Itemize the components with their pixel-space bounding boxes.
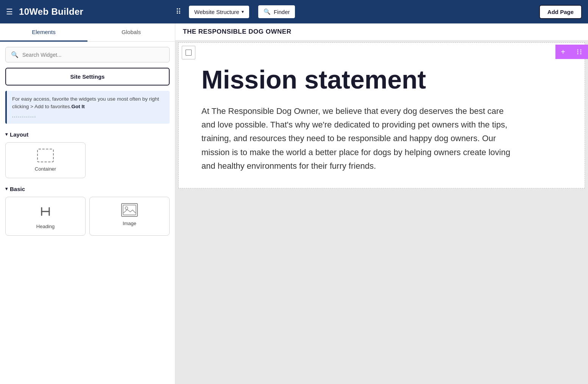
layout-widgets-grid: Container <box>5 142 170 178</box>
top-header: ☰ 10Web Builder ⠿ Website Structure ▾ 🔍 … <box>0 0 588 23</box>
svg-point-10 <box>580 53 582 54</box>
tip-box: For easy access, favorite the widgets yo… <box>5 91 170 124</box>
search-widget-container: 🔍 <box>5 47 170 62</box>
section-handle-icon <box>186 50 192 56</box>
section-container: ‹ Mission statement At The Responsible D… <box>178 42 585 188</box>
page-title-bar: THE RESPONSIBLE DOG OWNER <box>175 23 588 40</box>
tip-text: For easy access, favorite the widgets yo… <box>12 96 159 109</box>
canvas-toolbar: + <box>555 45 588 59</box>
basic-section-heading[interactable]: ▾ Basic <box>5 186 170 192</box>
finder-label: Finder <box>274 9 290 15</box>
page-title: THE RESPONSIBLE DOG OWNER <box>183 28 291 36</box>
header-left: ☰ 10Web Builder ⠿ <box>6 6 181 17</box>
heading-widget-label: Heading <box>36 224 55 229</box>
tab-globals[interactable]: Globals <box>87 23 175 42</box>
chevron-down-icon: ▾ <box>242 9 244 14</box>
canvas-drag-button[interactable] <box>571 45 588 59</box>
canvas-area: THE RESPONSIBLE DOG OWNER + <box>175 23 588 384</box>
canvas-add-button[interactable]: + <box>555 45 571 59</box>
mission-text: At The Responsible Dog Owner, we believe… <box>201 104 512 173</box>
basic-widgets-grid: Heading Image <box>5 197 170 236</box>
section-handle[interactable] <box>182 46 195 59</box>
basic-arrow-icon: ▾ <box>5 186 8 191</box>
heading-widget[interactable]: Heading <box>5 197 86 236</box>
svg-point-8 <box>580 51 582 53</box>
svg-point-4 <box>125 207 128 209</box>
sidebar-content: 🔍 Site Settings For easy access, favorit… <box>0 42 175 384</box>
got-it-label[interactable]: Got It <box>71 104 84 109</box>
layout-arrow-icon: ▾ <box>5 132 8 137</box>
image-widget-label: Image <box>123 221 136 226</box>
brand-title: 10Web Builder <box>19 6 83 17</box>
add-page-button[interactable]: Add Page <box>539 5 582 19</box>
mission-title: Mission statement <box>201 65 569 94</box>
site-settings-button[interactable]: Site Settings <box>5 68 170 86</box>
container-icon <box>37 149 54 162</box>
container-widget[interactable]: Container <box>5 142 86 178</box>
search-input[interactable] <box>22 52 164 58</box>
basic-label: Basic <box>10 186 25 192</box>
svg-point-5 <box>577 50 579 51</box>
svg-point-9 <box>577 53 579 54</box>
container-widget-label: Container <box>35 166 56 172</box>
heading-icon <box>37 203 54 220</box>
hamburger-icon[interactable]: ☰ <box>6 7 13 16</box>
header-right: Website Structure ▾ 🔍 Finder Add Page <box>181 5 582 19</box>
tab-elements[interactable]: Elements <box>0 23 87 42</box>
finder-button[interactable]: 🔍 Finder <box>258 5 295 18</box>
svg-point-6 <box>580 50 582 51</box>
image-icon <box>121 203 138 217</box>
search-icon: 🔍 <box>264 8 271 15</box>
sidebar: Elements Globals 🔍 Site Settings For eas… <box>0 23 175 384</box>
search-icon: 🔍 <box>11 51 19 58</box>
svg-rect-3 <box>123 205 136 215</box>
layout-section-heading[interactable]: ▾ Layout <box>5 131 170 138</box>
main-layout: Elements Globals 🔍 Site Settings For eas… <box>0 23 588 384</box>
sidebar-tabs: Elements Globals <box>0 23 175 42</box>
layout-label: Layout <box>10 131 28 138</box>
grid-icon[interactable]: ⠿ <box>176 7 181 16</box>
image-widget[interactable]: Image <box>89 197 170 236</box>
tip-dots: ............ <box>12 112 164 119</box>
svg-point-7 <box>577 51 579 53</box>
website-structure-button[interactable]: Website Structure ▾ <box>189 6 249 18</box>
website-structure-label: Website Structure <box>194 9 239 15</box>
section-body: Mission statement At The Responsible Dog… <box>179 43 585 188</box>
